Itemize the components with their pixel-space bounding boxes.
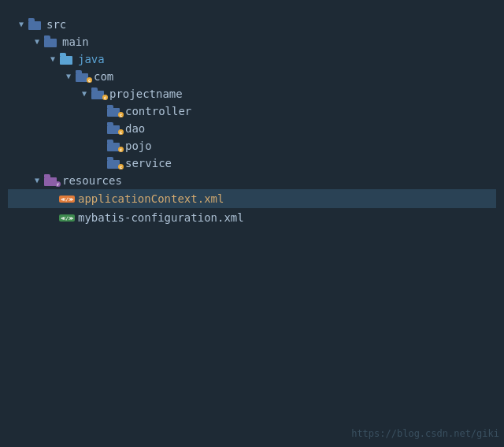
label-controller: controller bbox=[125, 105, 191, 117]
folder-icon-dao: c bbox=[107, 123, 121, 134]
folder-icon-java bbox=[60, 54, 74, 65]
tree-node-com[interactable]: c com bbox=[8, 68, 496, 85]
tree-node-dao[interactable]: c dao bbox=[8, 120, 496, 137]
label-mybatisconfig: mybatis-configuration.xml bbox=[78, 211, 244, 224]
folder-icon-controller: c bbox=[107, 106, 121, 117]
label-com: com bbox=[94, 70, 113, 83]
label-src: src bbox=[46, 18, 66, 31]
tree-node-java[interactable]: java bbox=[8, 50, 496, 68]
folder-icon-com: c bbox=[76, 71, 90, 82]
tree-node-pojo[interactable]: c pojo bbox=[8, 137, 496, 155]
arrow-java bbox=[47, 54, 58, 65]
arrow-projectname bbox=[79, 88, 90, 99]
label-resources: resources bbox=[62, 174, 122, 187]
tree-node-resources[interactable]: r resources bbox=[8, 172, 496, 189]
tree-node-controller[interactable]: c controller bbox=[8, 102, 496, 120]
label-service: service bbox=[125, 157, 172, 169]
xml-file-icon-mybatisconfig: ≪/≫ bbox=[60, 211, 74, 224]
xml-file-icon-applicationcontext: ≪/≫ bbox=[60, 192, 74, 205]
tree-node-projectname[interactable]: c projectname bbox=[8, 85, 496, 102]
watermark-text: https://blog.csdn.net/giki bbox=[346, 427, 504, 441]
tree-node-mybatisconfig[interactable]: ≪/≫ mybatis-configuration.xml bbox=[8, 208, 496, 227]
folder-icon-service: c bbox=[107, 158, 121, 169]
label-main: main bbox=[62, 35, 89, 48]
label-java: java bbox=[78, 53, 105, 65]
tree-node-applicationcontext[interactable]: ≪/≫ applicationContext.xml bbox=[8, 189, 496, 208]
folder-icon-src bbox=[28, 19, 43, 30]
arrow-src bbox=[16, 19, 27, 30]
tree-node-service[interactable]: c service bbox=[8, 155, 496, 172]
label-pojo: pojo bbox=[125, 140, 152, 152]
folder-icon-pojo: c bbox=[107, 140, 121, 151]
arrow-resources bbox=[32, 175, 43, 186]
tree-node-src[interactable]: src bbox=[8, 16, 496, 33]
label-projectname: projectname bbox=[109, 88, 183, 100]
arrow-main bbox=[32, 36, 43, 47]
folder-icon-resources: r bbox=[44, 175, 58, 186]
arrow-com bbox=[63, 71, 74, 82]
folder-icon-projectname: c bbox=[91, 88, 106, 99]
label-applicationcontext: applicationContext.xml bbox=[78, 192, 224, 205]
folder-icon-main bbox=[44, 36, 58, 47]
tree-node-main[interactable]: main bbox=[8, 33, 496, 50]
label-dao: dao bbox=[125, 122, 145, 135]
file-tree: src main java c com c projectname bbox=[0, 0, 504, 243]
